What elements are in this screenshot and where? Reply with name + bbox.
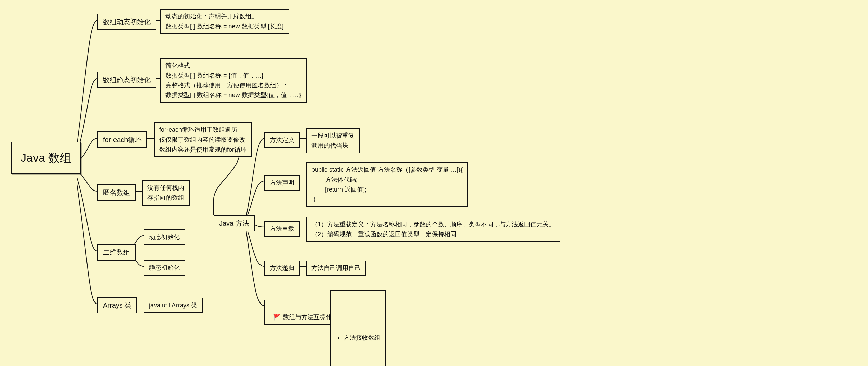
branch-anonymous-array-detail: 没有任何栈内 存指向的数组 xyxy=(142,180,190,206)
branch-anonymous-array[interactable]: 匿名数组 xyxy=(97,184,136,201)
method-declaration-detail: public static 方法返回值 方法名称（[参数类型 变量 …]){ 方… xyxy=(306,162,468,207)
branch-dynamic-init[interactable]: 数组动态初始化 xyxy=(97,14,156,30)
branch-static-init[interactable]: 数组静态初始化 xyxy=(97,72,156,88)
branch-arrays-class-detail: java.util.Arrays 类 xyxy=(144,298,203,313)
array-method-interop-detail: 方法接收数组 方法返回数组 方法修改数组 xyxy=(330,290,386,366)
branch-for-each[interactable]: for-each循环 xyxy=(97,131,147,148)
interop-bullet-1: 方法返回数组 xyxy=(344,364,380,366)
interop-bullet-0: 方法接收数组 xyxy=(344,333,380,343)
branch-dynamic-init-detail: 动态的初始化：声明并开辟数组。 数据类型[ ] 数组名称 = new 数据类型 … xyxy=(160,9,289,34)
root-node[interactable]: Java 数组 xyxy=(11,142,81,174)
branch-static-init-detail: 简化格式： 数据类型[ ] 数组名称 = {值，值，…} 完整格式（推荐使用，方… xyxy=(160,58,307,103)
branch-2d-static[interactable]: 静态初始化 xyxy=(144,260,185,276)
branch-arrays-class[interactable]: Arrays 类 xyxy=(97,297,137,313)
method-recursion-detail: 方法自己调用自己 xyxy=(306,261,366,276)
method-overload-detail: （1）方法重载定义：方法名称相同，参数的个数、顺序、类型不同，与方法返回值无关。… xyxy=(306,217,560,242)
array-method-interop[interactable]: 🚩数组与方法互操作 xyxy=(264,300,337,325)
flag-icon: 🚩 xyxy=(273,312,281,322)
java-method-node[interactable]: Java 方法 xyxy=(214,215,255,231)
method-overload[interactable]: 方法重载 xyxy=(264,221,300,237)
branch-2d-array[interactable]: 二维数组 xyxy=(97,244,136,261)
array-method-interop-label: 数组与方法互操作 xyxy=(283,314,332,321)
method-definition[interactable]: 方法定义 xyxy=(264,132,300,148)
method-definition-detail: 一段可以被重复 调用的代码块 xyxy=(306,128,360,153)
method-declaration[interactable]: 方法声明 xyxy=(264,175,300,191)
branch-for-each-detail: for-each循环适用于数组遍历 仅仅限于数组内容的读取要修改 数组内容还是使… xyxy=(154,122,252,157)
branch-2d-dynamic[interactable]: 动态初始化 xyxy=(144,229,185,245)
method-recursion[interactable]: 方法递归 xyxy=(264,261,300,276)
